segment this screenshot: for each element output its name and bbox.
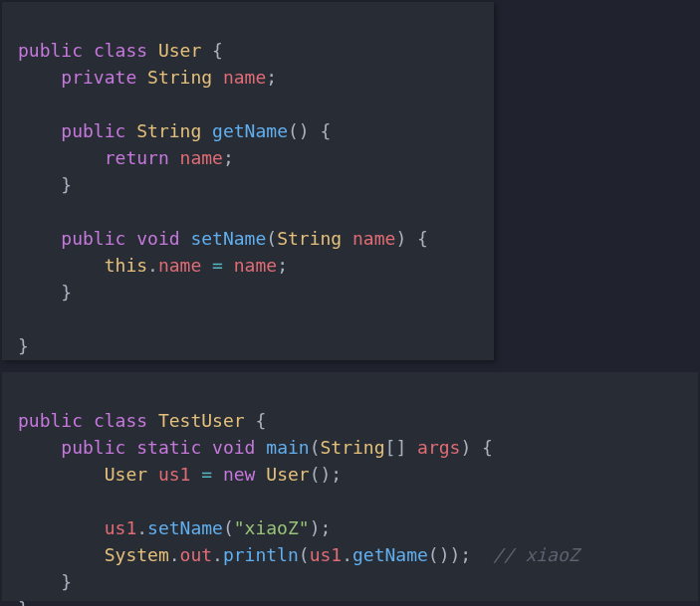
code-line: }	[18, 282, 72, 303]
code-line: us1.setName("xiaoZ");	[18, 517, 331, 538]
class-name: User	[158, 40, 201, 61]
string-literal: "xiaoZ"	[234, 517, 310, 538]
blank-line	[18, 308, 29, 329]
code-block-user: public class User { private String name;…	[2, 2, 494, 360]
code-line: public static void main(String[] args) {	[18, 437, 493, 458]
keyword: void	[212, 437, 255, 458]
code-line: public class TestUser {	[18, 410, 266, 431]
type: String	[277, 228, 342, 249]
keyword: class	[94, 40, 147, 61]
keyword: return	[105, 147, 169, 168]
code-line: private String name;	[18, 67, 277, 88]
method: getName	[352, 544, 428, 565]
code-line: }	[18, 598, 29, 606]
dot: .	[169, 544, 180, 565]
keyword-this: this	[105, 255, 147, 276]
code-line: System.out.println(us1.getName()); // xi…	[18, 544, 580, 565]
brace: {	[245, 410, 267, 431]
brackets: []	[385, 437, 407, 458]
blank-line	[18, 201, 29, 222]
variable: us1	[158, 464, 191, 485]
identifier: name	[180, 147, 223, 168]
paren: (	[223, 517, 234, 538]
paren: ());	[428, 544, 471, 565]
code-block-testuser: public class TestUser { public static vo…	[2, 372, 698, 601]
brace: }	[18, 598, 29, 606]
variable: us1	[310, 544, 343, 565]
identifier: name	[234, 255, 277, 276]
parameter: name	[352, 228, 395, 249]
keyword: public	[61, 120, 125, 141]
paren: (	[266, 228, 277, 249]
code-line: public class User {	[18, 40, 223, 61]
method: setName	[147, 517, 223, 538]
field: out	[180, 544, 213, 565]
code-line: public void setName(String name) {	[18, 228, 428, 249]
brace: }	[61, 174, 72, 195]
paren: (	[299, 544, 310, 565]
operator: =	[201, 255, 234, 276]
keyword: public	[18, 40, 83, 61]
keyword: static	[136, 437, 201, 458]
type: String	[136, 120, 201, 141]
dot: .	[212, 544, 223, 565]
brace: }	[18, 335, 29, 356]
type: String	[147, 67, 212, 88]
method: setName	[190, 228, 266, 249]
keyword: public	[61, 437, 125, 458]
keyword: class	[94, 410, 147, 431]
paren: );	[310, 517, 332, 538]
keyword: public	[18, 410, 83, 431]
code-line: }	[18, 571, 72, 592]
blank-line	[18, 491, 29, 511]
variable: us1	[105, 517, 137, 538]
type: User	[105, 464, 147, 485]
operator: =	[190, 464, 223, 485]
dot: .	[342, 544, 352, 565]
method: println	[223, 544, 299, 565]
paren: (	[310, 437, 321, 458]
field: name	[223, 67, 266, 88]
semicolon: ;	[266, 67, 277, 88]
code-line: return name;	[18, 147, 234, 168]
type: String	[321, 437, 385, 458]
brace: }	[61, 282, 72, 303]
code-line: User us1 = new User();	[18, 464, 342, 485]
method: main	[266, 437, 309, 458]
semicolon: ;	[223, 147, 234, 168]
brace: {	[201, 40, 223, 61]
keyword: private	[61, 67, 136, 88]
paren: () {	[288, 120, 331, 141]
code-line: this.name = name;	[18, 255, 288, 276]
field: name	[158, 255, 201, 276]
method: getName	[212, 120, 288, 141]
paren: ) {	[460, 437, 493, 458]
dot: .	[147, 255, 158, 276]
blank-line	[18, 94, 29, 114]
brace: }	[61, 571, 72, 592]
keyword: public	[61, 228, 125, 249]
class-name: TestUser	[158, 410, 245, 431]
comment: // xiaoZ	[471, 544, 579, 565]
paren: ) {	[395, 228, 428, 249]
constructor: User	[266, 464, 309, 485]
dot: .	[136, 517, 147, 538]
code-line: }	[18, 335, 29, 356]
keyword: void	[136, 228, 179, 249]
semicolon: ;	[277, 255, 288, 276]
class-ref: System	[105, 544, 169, 565]
call: ();	[310, 464, 343, 485]
parameter: args	[417, 437, 460, 458]
code-line: }	[18, 174, 72, 195]
code-line: public String getName() {	[18, 120, 331, 141]
keyword: new	[223, 464, 256, 485]
